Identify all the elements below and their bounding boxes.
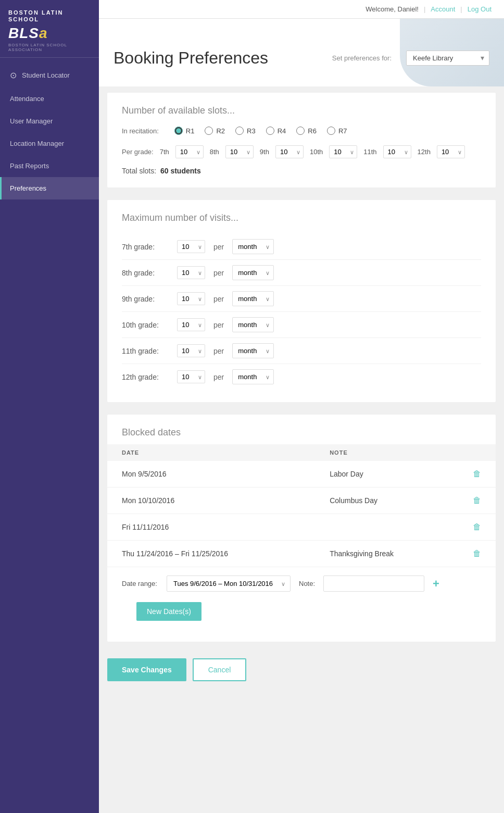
visits-11th-count-select[interactable]: 10581215 bbox=[177, 344, 205, 357]
grade-11th-select[interactable]: 10581215 bbox=[383, 145, 411, 158]
visits-grade-10th-label: 10th grade: bbox=[122, 321, 169, 329]
visits-row-10th: 10th grade: 10581215 per monthdayweekyea… bbox=[122, 312, 481, 338]
grade-9th-label: 9th bbox=[260, 148, 269, 156]
welcome-text: Welcome, Daniel! bbox=[366, 5, 419, 13]
per-text-11th: per bbox=[213, 347, 224, 355]
sidebar-item-preferences[interactable]: Preferences bbox=[0, 177, 99, 199]
visits-row-9th: 9th grade: 10581215 per monthdayweekyear bbox=[122, 286, 481, 312]
radio-r6-label: R6 bbox=[308, 127, 317, 135]
sidebar-item-past-reports[interactable]: Past Reports bbox=[0, 155, 99, 177]
logout-link[interactable]: Log Out bbox=[468, 5, 492, 13]
topbar: Welcome, Daniel! | Account | Log Out bbox=[99, 0, 504, 19]
grade-8th-label: 8th bbox=[210, 148, 219, 156]
note-input[interactable] bbox=[323, 576, 424, 592]
add-date-button[interactable]: + bbox=[433, 578, 439, 590]
page-header: Booking Preferences Set preferences for:… bbox=[99, 19, 504, 86]
grade-10th-select[interactable]: 10581215 bbox=[329, 145, 357, 158]
radio-r6[interactable]: R6 bbox=[296, 127, 317, 135]
radio-r4[interactable]: R4 bbox=[266, 127, 286, 135]
per-text-7th: per bbox=[213, 243, 224, 251]
blocked-note-cell: Columbus Day bbox=[315, 487, 458, 514]
cancel-button[interactable]: Cancel bbox=[193, 658, 247, 681]
delete-icon[interactable]: 🗑 bbox=[473, 522, 481, 531]
sep1: | bbox=[424, 5, 425, 13]
visits-10th-period-select[interactable]: monthdayweekyear bbox=[232, 317, 274, 332]
blocked-delete-cell: 🗑 bbox=[458, 461, 496, 487]
visits-7th-period-select[interactable]: monthdayweekyear bbox=[232, 239, 274, 254]
visits-9th-count-select[interactable]: 10581215 bbox=[177, 292, 205, 305]
date-range-select-wrapper: Tues 9/6/2016 – Mon 10/31/2016 bbox=[167, 576, 291, 592]
visits-9th-count-wrapper: 10581215 bbox=[177, 292, 205, 305]
grade-7th-select[interactable]: 10581215 bbox=[175, 145, 204, 158]
sidebar-item-student-locator[interactable]: ⊙ Student Locator bbox=[0, 63, 99, 87]
visits-8th-period-select[interactable]: monthdayweekyear bbox=[232, 265, 274, 280]
blsa-logo: BLSa bbox=[8, 25, 91, 42]
set-preferences-label: Set preferences for: bbox=[332, 54, 392, 62]
delete-icon[interactable]: 🗑 bbox=[473, 469, 481, 478]
new-dates-button[interactable]: New Dates(s) bbox=[136, 602, 201, 621]
available-slots-section: Number of available slots... In recitati… bbox=[107, 93, 496, 187]
visits-11th-count-wrapper: 10581215 bbox=[177, 344, 205, 357]
blocked-delete-cell: 🗑 bbox=[458, 541, 496, 567]
visits-11th-period-select[interactable]: monthdayweekyear bbox=[232, 343, 274, 358]
radio-r1-label: R1 bbox=[186, 127, 195, 135]
grade-7th-label: 7th bbox=[160, 148, 169, 156]
visits-grade-7th-label: 7th grade: bbox=[122, 243, 169, 251]
blocked-dates-section: Blocked dates DATE NOTE Mon 9/5/2016 Lab… bbox=[107, 415, 496, 642]
save-changes-button[interactable]: Save Changes bbox=[107, 658, 186, 681]
per-grade-row: Per grade: 7th 10581215 8th 10581215 9th… bbox=[122, 145, 481, 158]
radio-r2[interactable]: R2 bbox=[205, 127, 225, 135]
visits-9th-period-select[interactable]: monthdayweekyear bbox=[232, 291, 274, 306]
grade-8th-select[interactable]: 10581215 bbox=[225, 145, 254, 158]
blocked-dates-title: Blocked dates bbox=[107, 415, 496, 438]
visits-9th-period-wrapper: monthdayweekyear bbox=[232, 291, 274, 306]
visits-grade-12th-label: 12th grade: bbox=[122, 373, 169, 381]
visits-10th-count-select[interactable]: 10581215 bbox=[177, 318, 205, 331]
locator-icon: ⊙ bbox=[10, 70, 17, 80]
blocked-dates-table: DATE NOTE Mon 9/5/2016 Labor Day 🗑 Mon 1… bbox=[107, 444, 496, 567]
sidebar-tagline: Boston Latin School Association bbox=[8, 43, 91, 52]
blocked-delete-cell: 🗑 bbox=[458, 487, 496, 514]
sidebar-item-location-manager[interactable]: Location Manager bbox=[0, 132, 99, 155]
location-select-wrapper: Keefe Library Main Library Science Lab bbox=[406, 51, 489, 66]
visits-grade-9th-label: 9th grade: bbox=[122, 295, 169, 303]
visits-12th-count-select[interactable]: 10581215 bbox=[177, 370, 205, 383]
radio-r3[interactable]: R3 bbox=[235, 127, 256, 135]
sidebar-item-user-manager[interactable]: User Manager bbox=[0, 110, 99, 132]
table-row: Mon 10/10/2016 Columbus Day 🗑 bbox=[107, 487, 496, 514]
sep2: | bbox=[460, 5, 462, 13]
bottom-actions: Save Changes Cancel bbox=[99, 648, 504, 697]
delete-icon[interactable]: 🗑 bbox=[473, 549, 481, 558]
visits-8th-count-select[interactable]: 10581215 bbox=[177, 266, 205, 279]
date-range-select[interactable]: Tues 9/6/2016 – Mon 10/31/2016 bbox=[167, 576, 291, 592]
radio-r1[interactable]: R1 bbox=[174, 127, 195, 135]
max-visits-section: Maximum number of visits... 7th grade: 1… bbox=[107, 200, 496, 402]
radio-r7[interactable]: R7 bbox=[327, 127, 347, 135]
table-row: Fri 11/11/2016 🗑 bbox=[107, 514, 496, 541]
sidebar-item-attendance[interactable]: Attendance bbox=[0, 87, 99, 110]
blocked-note-cell bbox=[315, 514, 458, 541]
visits-12th-period-select[interactable]: monthdayweekyear bbox=[232, 369, 274, 384]
table-row: Mon 9/5/2016 Labor Day 🗑 bbox=[107, 461, 496, 487]
per-grade-label: Per grade: bbox=[122, 148, 154, 156]
visits-grade-8th-label: 8th grade: bbox=[122, 269, 169, 277]
account-link[interactable]: Account bbox=[431, 5, 455, 13]
max-visits-title: Maximum number of visits... bbox=[122, 212, 481, 223]
visits-7th-period-wrapper: monthdayweekyear bbox=[232, 239, 274, 254]
visits-11th-period-wrapper: monthdayweekyear bbox=[232, 343, 274, 358]
grade-12th-select-wrapper: 10581215 bbox=[437, 145, 465, 158]
visits-8th-period-wrapper: monthdayweekyear bbox=[232, 265, 274, 280]
grade-9th-select[interactable]: 10581215 bbox=[275, 145, 304, 158]
main-content: Welcome, Daniel! | Account | Log Out Boo… bbox=[99, 0, 504, 813]
grade-10th-label: 10th bbox=[310, 148, 323, 156]
add-date-row: Date range: Tues 9/6/2016 – Mon 10/31/20… bbox=[107, 567, 496, 600]
grade-9th-select-wrapper: 10581215 bbox=[275, 145, 304, 158]
visits-row-11th: 11th grade: 10581215 per monthdayweekyea… bbox=[122, 338, 481, 364]
visits-7th-count-select[interactable]: 10581215 bbox=[177, 240, 205, 253]
grade-11th-label: 11th bbox=[363, 148, 376, 156]
location-select[interactable]: Keefe Library Main Library Science Lab bbox=[406, 51, 489, 66]
grade-12th-select[interactable]: 10581215 bbox=[437, 145, 465, 158]
radio-r3-label: R3 bbox=[247, 127, 256, 135]
delete-icon[interactable]: 🗑 bbox=[473, 496, 481, 505]
total-value: 60 students bbox=[160, 167, 201, 175]
